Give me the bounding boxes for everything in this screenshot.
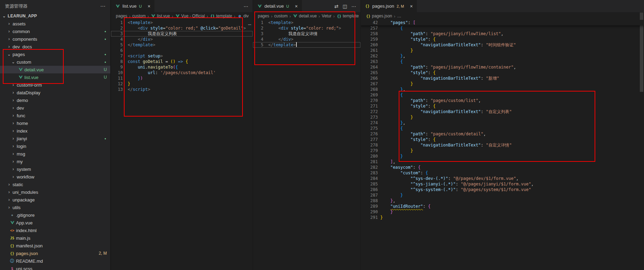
- breadcrumb-item-custom[interactable]: custom: [132, 14, 146, 18]
- code-line[interactable]: 272 "navigationBarTitleText": "自定义列表": [361, 109, 644, 114]
- code-line[interactable]: 258 "path": "pages/jianyi/flowTime/list"…: [361, 31, 644, 37]
- open-changes-icon[interactable]: ⇄: [334, 3, 339, 9]
- code-line[interactable]: 287 }: [361, 192, 644, 198]
- breadcrumb-item-div[interactable]: ⊘div: [237, 14, 249, 18]
- close-icon[interactable]: ×: [408, 3, 414, 9]
- code-line[interactable]: 4 </div>: [253, 37, 360, 42]
- code-line[interactable]: 277 "style": {: [361, 137, 644, 142]
- code-line[interactable]: 2 <div style="color: red;">: [253, 25, 360, 31]
- tree-file-uni-scss[interactable]: Suni.scss: [0, 265, 110, 270]
- tree-folder-pages[interactable]: ⌄pages●: [0, 50, 110, 58]
- code-line[interactable]: 282 "easycom": {: [361, 165, 644, 170]
- code-line[interactable]: 262 },: [361, 53, 644, 59]
- more-actions-icon[interactable]: ⋯: [244, 3, 248, 9]
- code-line[interactable]: 3 我是自定义详情: [253, 31, 360, 37]
- breadcrumb-item-list-vue[interactable]: list.vue: [151, 14, 170, 18]
- code-line[interactable]: 264 "path": "pages/jianyi/flowTime/conta…: [361, 64, 644, 70]
- code-line[interactable]: 273 }: [361, 114, 644, 120]
- code-line[interactable]: 260 "navigationBarTitleText": "时间组件验证": [361, 42, 644, 48]
- tree-folder-common[interactable]: ›common●: [0, 27, 110, 35]
- code-line[interactable]: 265 "style": {: [361, 70, 644, 76]
- tree-folder-dev[interactable]: ›dev: [0, 104, 110, 112]
- close-icon[interactable]: ×: [146, 3, 152, 9]
- tree-folder-my[interactable]: ›my: [0, 158, 110, 165]
- breadcrumb-item-item[interactable]: …: [397, 14, 401, 18]
- tree-file-detail-vue[interactable]: detail.vueU: [0, 66, 110, 73]
- code-line[interactable]: 1<template>: [253, 20, 360, 25]
- tree-folder-index[interactable]: ›index: [0, 127, 110, 135]
- tree-folder-login[interactable]: ›login: [0, 142, 110, 150]
- code-line[interactable]: 286 "^sys-system-(.*)": "@/pages/system/…: [361, 187, 644, 192]
- tree-file-app-vue[interactable]: App.vue: [0, 219, 110, 227]
- breadcrumb-item-vue-official[interactable]: Vue - Official: [175, 14, 205, 18]
- code-line[interactable]: 9 uni.navigateTo({: [111, 64, 253, 70]
- tree-folder-dev-docs[interactable]: ›dev_docs: [0, 43, 110, 50]
- tree-file-index-html[interactable]: <>index.html: [0, 227, 110, 234]
- tree-folder-customform[interactable]: ›customForm: [0, 81, 110, 89]
- code-line[interactable]: 3 我是自定义列表: [111, 31, 253, 37]
- tree-file-main-js[interactable]: JSmain.js: [0, 234, 110, 242]
- tree-root-learun-app[interactable]: ⌄ LEARUN_APP: [0, 12, 110, 20]
- code-line[interactable]: 290 }: [361, 209, 644, 215]
- tree-file-gitignore[interactable]: ◆.gitignore: [0, 211, 110, 219]
- code-line[interactable]: 1<template>: [111, 20, 253, 25]
- code-line[interactable]: 291}: [361, 215, 644, 220]
- code-line[interactable]: 276 "path": "pages/custom/detail",: [361, 131, 644, 137]
- tree-folder-unpackage[interactable]: ›unpackage: [0, 196, 110, 204]
- code-line[interactable]: 274 },: [361, 120, 644, 126]
- code-line[interactable]: 288 },: [361, 198, 644, 204]
- tree-file-list-vue[interactable]: list.vueU: [0, 73, 110, 81]
- code-line[interactable]: 279 }: [361, 148, 644, 153]
- tree-folder-static[interactable]: ›static: [0, 181, 110, 188]
- tree-folder-assets[interactable]: ›assets: [0, 20, 110, 27]
- sticky-scroll-line[interactable]: 42 "pages": [: [361, 20, 644, 25]
- tree-file-manifest-json[interactable]: {}manifest.json: [0, 242, 110, 249]
- code-line[interactable]: 278 "navigationBarTitleText": "自定义详情": [361, 142, 644, 148]
- breadcrumb-item-template[interactable]: {}template: [336, 14, 359, 18]
- tree-folder-utils[interactable]: ›utils: [0, 204, 110, 211]
- code-line[interactable]: 267 }: [361, 81, 644, 87]
- code-line[interactable]: 281 ],: [361, 159, 644, 165]
- tree-file-pages-json[interactable]: {}pages.json2, M: [0, 249, 110, 257]
- breadcrumb-item-vetur[interactable]: Vetur: [322, 14, 332, 18]
- code-editor[interactable]: 42 "pages": [257 {258 "path": "pages/jia…: [361, 20, 644, 270]
- more-actions-icon[interactable]: ⋯: [100, 3, 105, 9]
- tree-folder-uni-modules[interactable]: ›uni_modules: [0, 188, 110, 196]
- code-line[interactable]: 2 <div style="color: red;" @click="goDet…: [111, 25, 253, 31]
- code-line[interactable]: 268 },: [361, 87, 644, 92]
- tree-folder-workflow[interactable]: ›workflow: [0, 173, 110, 181]
- tree-folder-components[interactable]: ›components●: [0, 35, 110, 43]
- code-line[interactable]: 284 "^sys-dev-(.*)": "@/pages/dev/$1/for…: [361, 176, 644, 181]
- code-line[interactable]: 4 </div>: [111, 37, 253, 42]
- code-line[interactable]: 12}: [111, 81, 253, 87]
- tree-folder-system[interactable]: ›system: [0, 165, 110, 173]
- tab-pages-json[interactable]: {}pages.json2, M×: [361, 0, 417, 12]
- tree-folder-msg[interactable]: ›msg: [0, 150, 110, 158]
- tree-folder-datadisplay[interactable]: ›dataDisplay: [0, 89, 110, 96]
- close-icon[interactable]: ×: [294, 3, 299, 9]
- code-line[interactable]: 13</script>: [111, 87, 253, 92]
- tree-folder-home[interactable]: ›home: [0, 119, 110, 127]
- tree-folder-jianyi[interactable]: ›jianyi●: [0, 135, 110, 142]
- code-line[interactable]: 275 {: [361, 126, 644, 131]
- code-line[interactable]: 280 }: [361, 153, 644, 159]
- code-line[interactable]: 5</template>: [111, 42, 253, 48]
- breadcrumb-item-detail-vue[interactable]: detail.vue: [293, 14, 317, 18]
- breadcrumb-item-pages[interactable]: pages: [116, 14, 127, 18]
- code-line[interactable]: 7<script setup>: [111, 53, 253, 59]
- code-line[interactable]: 8const goDetail = () => {: [111, 59, 253, 64]
- code-line[interactable]: 269 {: [361, 92, 644, 98]
- code-line[interactable]: 257 {: [361, 25, 644, 31]
- tab-list-vue[interactable]: list.vueU×: [111, 0, 155, 12]
- code-editor[interactable]: 1<template>2 <div style="color: red;" @c…: [111, 20, 253, 270]
- code-line[interactable]: 259 "style": {: [361, 37, 644, 42]
- breadcrumb-item-template[interactable]: {}template: [210, 14, 232, 18]
- code-line[interactable]: 10 url: '/pages/custom/detail': [111, 70, 253, 76]
- code-line[interactable]: 266 "navigationBarTitleText": "新增": [361, 76, 644, 81]
- tab-detail-vue[interactable]: detail.vueU×: [253, 0, 302, 12]
- code-line[interactable]: 11 }): [111, 76, 253, 81]
- code-line[interactable]: 263 {: [361, 59, 644, 64]
- tree-folder-custom[interactable]: ⌄custom●: [0, 58, 110, 66]
- code-line[interactable]: 5</template>: [253, 42, 360, 48]
- more-actions-icon[interactable]: ⋯: [351, 3, 356, 9]
